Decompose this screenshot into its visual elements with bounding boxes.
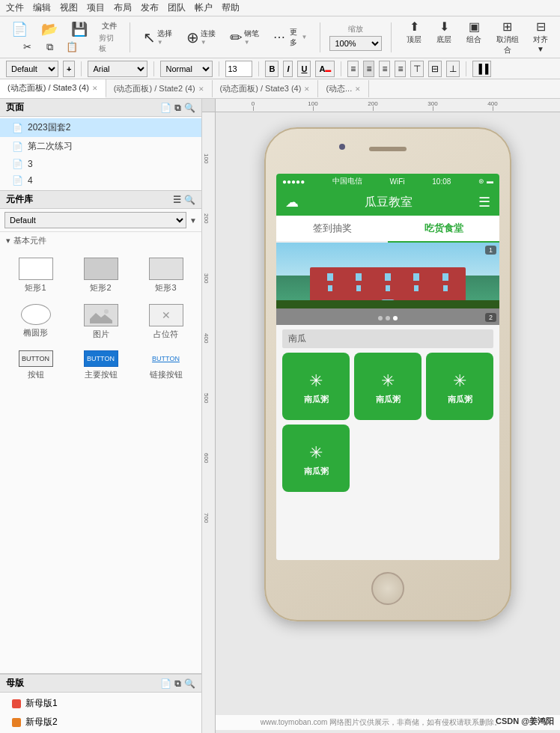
comp-image[interactable]: 图片: [70, 300, 132, 344]
masters-search-icon[interactable]: 🔍: [184, 678, 195, 689]
menu-edit[interactable]: 编辑: [33, 1, 51, 14]
page-item-4[interactable]: 📄 4: [0, 172, 201, 189]
more-format-btn[interactable]: ▐▐: [472, 61, 491, 77]
comp-list-icon[interactable]: ☰: [173, 195, 181, 205]
comp-dropdown-icon[interactable]: ▼: [189, 216, 197, 225]
rect1-label: 矩形1: [25, 282, 46, 293]
app-hamburger-icon[interactable]: ☰: [478, 194, 490, 210]
underline-btn[interactable]: U: [297, 61, 311, 77]
menu-layout[interactable]: 布局: [114, 1, 132, 14]
comp-search-icon[interactable]: 🔍: [184, 195, 195, 205]
master-item-2[interactable]: 新母版2: [0, 713, 201, 732]
ungroup-icon: ⊞: [502, 19, 512, 34]
more-label: 更多: [287, 27, 300, 48]
master-item-1[interactable]: 新母版1: [0, 694, 201, 713]
menu-card-3[interactable]: ✳ 南瓜粥: [426, 353, 493, 420]
window-2: [356, 273, 362, 281]
canvas-area[interactable]: 0 100 200 300 400 100 200 300 400 500 60…: [202, 99, 560, 733]
pen-tool-btn[interactable]: ✏ 钢笔 ▼: [226, 26, 264, 49]
menu-card-2[interactable]: ✳ 南瓜粥: [354, 353, 421, 420]
state-tab-1[interactable]: (动态面板) / State3 (4) ✕: [0, 79, 106, 98]
style-select[interactable]: Default: [6, 61, 58, 77]
status-icons: ⊛ ▬: [478, 177, 493, 185]
menu-category-label: 南瓜: [288, 333, 306, 344]
font-size-input[interactable]: [225, 61, 252, 77]
comp-rect1[interactable]: 矩形1: [4, 254, 67, 297]
state-tab-3[interactable]: (动态面板) / State3 (4) ✕: [213, 80, 319, 97]
font-select[interactable]: Arial: [88, 61, 147, 77]
state-tab-4[interactable]: (动态... ✕: [318, 80, 369, 97]
menu-category-bar: 南瓜: [282, 329, 493, 348]
comp-rect2[interactable]: 矩形2: [70, 254, 132, 297]
style-add-btn[interactable]: +: [63, 61, 75, 77]
bottom-layer-btn[interactable]: ⬇ 底层: [430, 17, 457, 58]
align-justify-btn[interactable]: ≡: [395, 61, 406, 77]
page-item-1[interactable]: 📄 2023国套2: [0, 118, 201, 137]
app-header: ☁ 瓜豆教室 ☰: [276, 189, 499, 216]
align-right-btn[interactable]: ≡: [379, 61, 390, 77]
page-item-3[interactable]: 📄 3: [0, 156, 201, 172]
italic-btn[interactable]: I: [283, 61, 293, 77]
select-tool-btn[interactable]: ↖ 选择 ▼: [139, 26, 177, 49]
page-item-2[interactable]: 📄 第二次练习: [0, 137, 201, 156]
align-center-btn[interactable]: ≡: [363, 61, 374, 77]
align-btn[interactable]: ⊟ 对齐▼: [527, 17, 554, 58]
paste-btn[interactable]: 📋: [61, 40, 82, 54]
more-tool-btn[interactable]: ⋯ 更多 ▼: [270, 25, 311, 50]
comp-ellipse[interactable]: 椭圆形: [4, 300, 67, 344]
state-tab-2-close[interactable]: ✕: [198, 85, 204, 93]
pages-duplicate-icon[interactable]: ⧉: [174, 103, 181, 113]
align-left-btn[interactable]: ≡: [347, 61, 359, 77]
font-color-btn[interactable]: A▬: [315, 61, 335, 77]
nav-tab-signin[interactable]: 签到抽奖: [276, 216, 388, 241]
food-menu-section: 南瓜 ✳ 南瓜粥 ✳ 南瓜粥: [276, 325, 499, 560]
align-bottom-btn[interactable]: ⊥: [446, 61, 460, 77]
phone-home-button[interactable]: [371, 572, 404, 605]
group-btn[interactable]: ▣ 组合: [460, 17, 487, 58]
weight-select[interactable]: Normal: [160, 61, 213, 77]
align-top-btn[interactable]: ⊤: [410, 61, 424, 77]
connect-tool-btn[interactable]: ⊕ 连接 ▼: [183, 26, 220, 49]
bottom-layer-label: 底层: [436, 34, 451, 45]
masters-add-icon[interactable]: 📄: [160, 678, 171, 689]
menu-publish[interactable]: 发布: [141, 1, 159, 14]
save-file-btn[interactable]: 💾: [66, 20, 93, 38]
comp-primary-btn[interactable]: BUTTON 主要按钮: [70, 347, 132, 384]
comp-button[interactable]: BUTTON 按钮: [4, 347, 67, 384]
pages-search-icon[interactable]: 🔍: [184, 103, 195, 113]
top-layer-btn[interactable]: ⬆ 顶层: [401, 17, 427, 58]
comp-link-btn[interactable]: BUTTON 链接按钮: [135, 347, 197, 384]
menu-card-4[interactable]: ✳ 南瓜粥: [282, 425, 350, 492]
state-tab-4-close[interactable]: ✕: [355, 85, 361, 93]
open-file-btn[interactable]: 📂: [36, 20, 63, 38]
comp-rect3[interactable]: 矩形3: [135, 254, 197, 297]
state-tab-1-close[interactable]: ✕: [92, 85, 98, 92]
comp-placeholder[interactable]: 占位符: [135, 300, 197, 344]
state-tab-1-label: (动态面板) / State3 (4): [7, 82, 89, 94]
new-file-btn[interactable]: 📄: [6, 20, 33, 38]
ungroup-btn[interactable]: ⊞ 取消组合: [490, 17, 524, 58]
copy-btn[interactable]: ⧉: [39, 40, 60, 54]
rect2-shape: [84, 258, 118, 280]
pages-add-icon[interactable]: 📄: [160, 103, 171, 113]
bold-btn[interactable]: B: [265, 61, 279, 77]
menu-project[interactable]: 项目: [87, 1, 105, 14]
menu-team[interactable]: 团队: [168, 1, 186, 14]
menu-account[interactable]: 帐户: [195, 1, 213, 14]
menu-view[interactable]: 视图: [60, 1, 78, 14]
state-tab-2[interactable]: (动态面板) / State2 (4) ✕: [106, 80, 213, 97]
ruler-h-tick-200: [373, 106, 374, 111]
menu-help[interactable]: 帮助: [222, 1, 240, 14]
masters-header-icons: 📄 ⧉ 🔍: [160, 678, 195, 689]
comp-section-collapse-icon[interactable]: ▾: [6, 236, 10, 246]
menu-card-1[interactable]: ✳ 南瓜粥: [282, 353, 350, 420]
cut-btn[interactable]: ✂: [16, 40, 37, 54]
menu-file[interactable]: 文件: [6, 1, 24, 14]
zoom-select[interactable]: 100% 50% 150% 200%: [329, 36, 382, 51]
comp-category-select[interactable]: Default: [4, 212, 186, 228]
align-middle-btn[interactable]: ⊟: [428, 61, 442, 77]
state-tab-3-close[interactable]: ✕: [304, 85, 310, 93]
masters-duplicate-icon[interactable]: ⧉: [174, 678, 181, 689]
master-name-2: 新母版2: [25, 716, 58, 729]
nav-tab-food[interactable]: 吃货食堂: [388, 216, 499, 241]
